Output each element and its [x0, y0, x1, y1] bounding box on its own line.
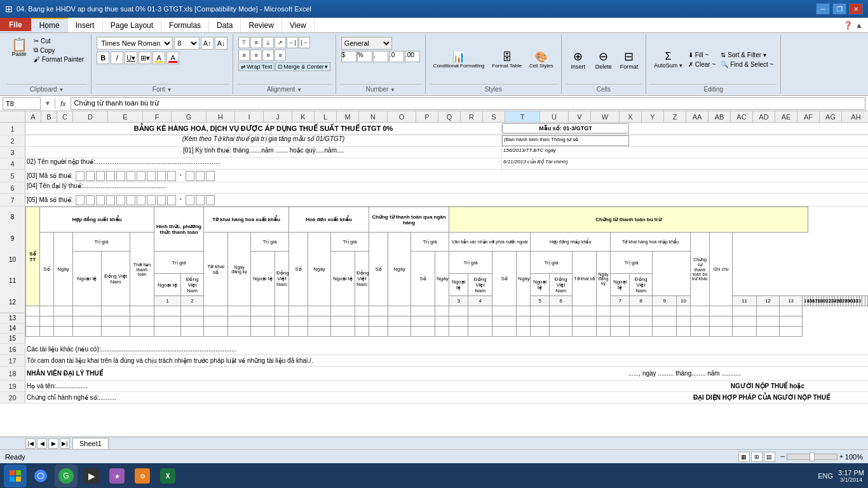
col-W[interactable]: W: [591, 111, 620, 123]
minimize-ribbon-icon[interactable]: ▲: [855, 21, 863, 30]
mst-box-9[interactable]: [157, 171, 166, 181]
col-AD[interactable]: AD: [753, 111, 775, 123]
row-header-4[interactable]: 4: [0, 158, 25, 169]
col-D[interactable]: D: [73, 111, 108, 123]
row-header-5[interactable]: 5: [0, 170, 25, 182]
indent-increase-button[interactable]: |→: [299, 37, 310, 48]
tab-insert[interactable]: Insert: [68, 18, 103, 32]
justify-button[interactable]: ≡: [275, 50, 286, 61]
italic-button[interactable]: I: [111, 51, 123, 64]
wrap-text-button[interactable]: ⇌ Wrap Text: [238, 62, 275, 71]
decrease-decimal-button[interactable]: .0: [389, 51, 404, 62]
mst-box-1[interactable]: [76, 171, 85, 181]
mst-box-4[interactable]: [106, 171, 115, 181]
col-Z[interactable]: Z: [664, 111, 686, 123]
bold-button[interactable]: B: [97, 51, 109, 64]
col-AB[interactable]: AB: [709, 111, 731, 123]
col-S[interactable]: S: [483, 111, 505, 123]
row-header-1[interactable]: 1: [0, 123, 25, 135]
insert-button[interactable]: ⊕ Insert: [567, 48, 590, 71]
row-header-18[interactable]: 18: [0, 367, 25, 380]
data-row-15[interactable]: [26, 327, 868, 337]
format-button[interactable]: ⊟ Format: [618, 48, 641, 71]
row-header-19[interactable]: 19: [0, 381, 25, 391]
align-top-button[interactable]: ⊤: [238, 37, 250, 48]
close-button[interactable]: ✕: [849, 3, 863, 15]
tab-view[interactable]: View: [282, 18, 315, 32]
number-format-select[interactable]: General: [341, 37, 392, 50]
col-AF[interactable]: AF: [797, 111, 820, 123]
tab-formulas[interactable]: Formulas: [161, 18, 209, 32]
copy-button[interactable]: ⧉ Copy: [32, 46, 86, 55]
row-header-2[interactable]: 2: [0, 135, 25, 146]
chrome-button[interactable]: [29, 464, 52, 487]
col-B[interactable]: B: [41, 111, 57, 123]
cell-reference-input[interactable]: [3, 97, 41, 110]
align-left-button[interactable]: ≡: [238, 50, 250, 61]
fill-button[interactable]: ⬇ Fill ~: [686, 51, 718, 59]
row-header-16[interactable]: 16: [0, 344, 25, 355]
page-layout-view-button[interactable]: ⊞: [751, 452, 763, 462]
row-header-7[interactable]: 7: [0, 194, 25, 206]
col-L[interactable]: L: [315, 111, 337, 123]
tab-review[interactable]: Review: [241, 18, 281, 32]
tab-data[interactable]: Data: [209, 18, 241, 32]
media-button[interactable]: ▶: [80, 464, 103, 487]
col-P[interactable]: P: [416, 111, 438, 123]
formula-input[interactable]: Chứng từ thanh toán bù trừ: [71, 97, 865, 110]
row-header-6[interactable]: 6: [0, 182, 25, 193]
cell-styles-button[interactable]: 🎨 Cell Styles: [527, 50, 556, 70]
col-AA[interactable]: AA: [686, 111, 709, 123]
subtitle-cell[interactable]: (Kèm theo Tờ khai thuế giá trị gia tăng …: [25, 135, 502, 146]
currency-button[interactable]: $: [341, 51, 356, 62]
restore-button[interactable]: ❐: [832, 3, 846, 15]
col-AE[interactable]: AE: [775, 111, 797, 123]
data-row-13[interactable]: [26, 306, 868, 316]
text-angle-button[interactable]: ↗: [275, 37, 286, 48]
app-button-7[interactable]: X: [156, 464, 179, 487]
col-T[interactable]: T: [505, 111, 540, 123]
indent-decrease-button[interactable]: ←|: [287, 37, 298, 48]
data-row-14[interactable]: [26, 316, 868, 327]
mst-box-2[interactable]: [86, 171, 95, 181]
col-K[interactable]: K: [292, 111, 315, 123]
start-button[interactable]: [4, 464, 27, 487]
app-button-6[interactable]: ⚙: [131, 464, 154, 487]
col-O[interactable]: O: [388, 111, 416, 123]
conditional-formatting-button[interactable]: 📊 Conditional Formatting: [431, 50, 487, 70]
increase-font-button[interactable]: A↑: [201, 37, 214, 50]
col-G[interactable]: G: [172, 111, 207, 123]
col-U[interactable]: U: [540, 111, 569, 123]
underline-button[interactable]: U▾: [125, 51, 137, 64]
col-J[interactable]: J: [264, 111, 292, 123]
row-header-20[interactable]: 20: [0, 392, 25, 403]
col-X[interactable]: X: [620, 111, 642, 123]
tab-home[interactable]: Home: [32, 18, 68, 32]
merge-center-button[interactable]: ⊡ Merge & Center ▾: [275, 62, 330, 71]
mst-box-13[interactable]: [206, 171, 215, 181]
col-M[interactable]: M: [337, 111, 359, 123]
col-F[interactable]: F: [143, 111, 172, 123]
col-A[interactable]: A: [25, 111, 41, 123]
align-center-button[interactable]: ≡: [250, 50, 262, 61]
col-Q[interactable]: Q: [438, 111, 461, 123]
mst-box-3[interactable]: [96, 171, 105, 181]
normal-view-button[interactable]: ▦: [738, 452, 750, 462]
col-Y[interactable]: Y: [642, 111, 664, 123]
mst-box-12[interactable]: [196, 171, 205, 181]
align-middle-button[interactable]: ≡: [250, 37, 262, 48]
col-AH[interactable]: AH: [842, 111, 868, 123]
format-painter-button[interactable]: 🖌 Format Painter: [32, 55, 86, 64]
font-name-select[interactable]: Times New Roman: [97, 37, 173, 50]
mst-box-8[interactable]: [147, 171, 156, 181]
sheet-nav-prev[interactable]: ◀: [37, 438, 47, 449]
delete-button[interactable]: ⊖ Delete: [592, 48, 615, 71]
col-R[interactable]: R: [461, 111, 483, 123]
decrease-font-button[interactable]: A↓: [215, 37, 227, 50]
app-button-5[interactable]: ★: [105, 464, 128, 487]
col-C[interactable]: C: [57, 111, 73, 123]
col-V[interactable]: V: [569, 111, 591, 123]
autosum-button[interactable]: Σ AutoSum ▾: [651, 50, 685, 70]
mst-box-10[interactable]: [167, 171, 176, 181]
font-size-select[interactable]: 8: [174, 37, 200, 50]
